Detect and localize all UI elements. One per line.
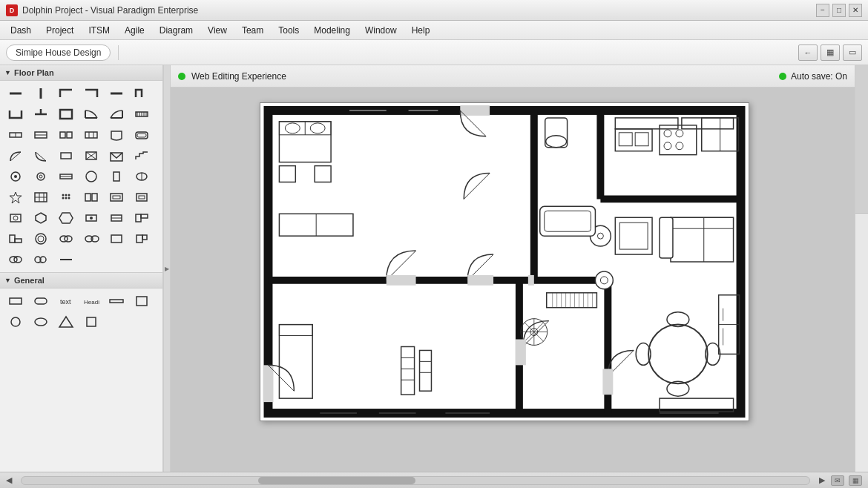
shape-dots-grid[interactable] bbox=[55, 188, 77, 207]
shape-wall-1[interactable] bbox=[4, 84, 27, 103]
gen-shape-rounded[interactable] bbox=[30, 291, 52, 311]
svg-rect-119 bbox=[315, 166, 331, 182]
general-header[interactable]: ▼ General bbox=[0, 273, 162, 288]
scroll-right-btn[interactable]: ▶ bbox=[819, 475, 825, 485]
menu-item-tools[interactable]: Tools bbox=[271, 23, 306, 38]
collapse-handle[interactable]: ▶ bbox=[163, 65, 171, 472]
menu-item-agile[interactable]: Agile bbox=[117, 23, 152, 38]
shape-wall-special[interactable] bbox=[55, 125, 77, 145]
gen-shape-ellipse[interactable] bbox=[30, 312, 52, 332]
shape-grid-pattern[interactable] bbox=[30, 188, 52, 207]
shape-l-shape-2[interactable] bbox=[4, 229, 27, 248]
menu-item-project[interactable]: Project bbox=[39, 23, 81, 38]
menu-item-window[interactable]: Window bbox=[358, 23, 404, 38]
shape-chain-1[interactable] bbox=[55, 229, 77, 248]
floor-plan-diagram[interactable] bbox=[260, 102, 749, 421]
toolbar-btn-back[interactable]: ← bbox=[798, 44, 818, 61]
gen-shape-square[interactable] bbox=[80, 312, 102, 332]
svg-rect-58 bbox=[137, 194, 147, 201]
shape-rect-small[interactable] bbox=[55, 146, 77, 165]
shape-sq-3[interactable] bbox=[105, 229, 128, 248]
gen-shape-heading[interactable]: Headi... bbox=[80, 291, 102, 311]
shape-rect-v[interactable] bbox=[105, 167, 128, 186]
shape-sq-1[interactable] bbox=[131, 188, 153, 207]
shape-u-wall[interactable] bbox=[4, 105, 27, 124]
shape-wall-3[interactable] bbox=[105, 84, 128, 103]
gen-shape-tall-rect[interactable] bbox=[131, 291, 153, 311]
horizontal-scrollbar[interactable] bbox=[21, 476, 810, 485]
shape-chain-2[interactable] bbox=[80, 229, 102, 248]
shape-sink-icon[interactable] bbox=[105, 125, 128, 145]
shape-circle-outline[interactable] bbox=[30, 229, 52, 248]
menu-item-team[interactable]: Team bbox=[234, 23, 271, 38]
shape-bathtub-icon[interactable] bbox=[131, 125, 153, 145]
menu-item-dash[interactable]: Dash bbox=[3, 23, 39, 38]
panel-scroll[interactable]: ▼ General text Headi... bbox=[0, 81, 162, 472]
shape-door-1[interactable] bbox=[80, 105, 102, 124]
svg-rect-118 bbox=[279, 166, 295, 182]
right-panel-scroll[interactable] bbox=[855, 65, 868, 214]
shape-x-mark[interactable] bbox=[80, 146, 102, 165]
shape-arc-2[interactable] bbox=[30, 146, 52, 165]
grid-icon-btn[interactable]: ▦ bbox=[849, 475, 862, 486]
shape-door-2[interactable] bbox=[105, 105, 128, 124]
shape-sq-4[interactable] bbox=[131, 229, 153, 248]
svg-point-34 bbox=[14, 175, 17, 178]
shape-wall-strip[interactable] bbox=[131, 105, 153, 124]
shape-wall-2[interactable] bbox=[30, 84, 52, 103]
shape-sq-2[interactable] bbox=[4, 208, 27, 228]
menu-item-modeling[interactable]: Modeling bbox=[306, 23, 358, 38]
minimize-button[interactable]: − bbox=[816, 4, 829, 17]
shape-rect-h[interactable] bbox=[55, 167, 77, 186]
shape-stairs[interactable] bbox=[131, 146, 153, 165]
shape-window-2[interactable] bbox=[30, 125, 52, 145]
shape-window-1[interactable] bbox=[4, 125, 27, 145]
shape-t-wall[interactable] bbox=[30, 105, 52, 124]
gen-shape-text[interactable]: text bbox=[55, 291, 77, 311]
svg-rect-97 bbox=[87, 317, 96, 326]
svg-point-35 bbox=[37, 173, 45, 180]
diagram-name[interactable]: Simipe House Design bbox=[6, 44, 111, 61]
shape-envelope[interactable] bbox=[105, 146, 128, 165]
shape-circle-dot[interactable] bbox=[4, 167, 27, 186]
gen-shape-rect[interactable] bbox=[4, 291, 27, 311]
menu-item-help[interactable]: Help bbox=[404, 23, 438, 38]
shape-hex-2[interactable] bbox=[55, 208, 77, 228]
shape-corner-2[interactable] bbox=[80, 84, 102, 103]
shape-arc-1[interactable] bbox=[4, 146, 27, 165]
shape-star[interactable] bbox=[4, 188, 27, 207]
gen-shape-circle[interactable] bbox=[4, 312, 27, 332]
shape-circle-big[interactable] bbox=[80, 167, 102, 186]
menu-item-diagram[interactable]: Diagram bbox=[152, 23, 200, 38]
toolbar-btn-grid[interactable]: ▦ bbox=[821, 44, 840, 61]
shape-l-shape-1[interactable] bbox=[131, 208, 153, 228]
mail-icon-btn[interactable]: ✉ bbox=[831, 475, 844, 486]
shape-rect-outline[interactable] bbox=[105, 188, 128, 207]
shape-chain-3[interactable] bbox=[4, 250, 27, 269]
shape-misc-1[interactable] bbox=[131, 167, 153, 186]
floor-plan-header[interactable]: ▼ Floor Plan bbox=[0, 65, 162, 81]
shape-wall-cross[interactable] bbox=[80, 125, 102, 145]
shape-corner-1[interactable] bbox=[55, 84, 77, 103]
shape-special-1[interactable] bbox=[80, 208, 102, 228]
shape-special-2[interactable] bbox=[105, 208, 128, 228]
shape-gear[interactable] bbox=[30, 167, 52, 186]
canvas-scroll[interactable] bbox=[171, 88, 855, 472]
shape-wall-4[interactable] bbox=[131, 84, 153, 103]
canvas-area: Web Editing Experience Auto save: On bbox=[171, 65, 855, 472]
menubar: DashProjectITSMAgileDiagramViewTeamTools… bbox=[0, 21, 868, 40]
shape-dual-rect[interactable] bbox=[80, 188, 102, 207]
close-button[interactable]: ✕ bbox=[849, 4, 862, 17]
shape-chain-4[interactable] bbox=[30, 250, 52, 269]
gen-shape-triangle[interactable] bbox=[55, 312, 77, 332]
gen-shape-wide-rect[interactable] bbox=[105, 291, 128, 311]
toolbar-btn-layout[interactable]: ▭ bbox=[843, 44, 862, 61]
maximize-button[interactable]: □ bbox=[832, 4, 846, 17]
shape-misc-2[interactable] bbox=[55, 250, 77, 269]
menu-item-view[interactable]: View bbox=[200, 23, 234, 38]
svg-rect-88 bbox=[10, 298, 22, 304]
shape-hexagon[interactable] bbox=[30, 208, 52, 228]
shape-rect-room[interactable] bbox=[55, 105, 77, 124]
menu-item-itsm[interactable]: ITSM bbox=[81, 23, 117, 38]
scroll-left-btn[interactable]: ◀ bbox=[6, 475, 12, 485]
